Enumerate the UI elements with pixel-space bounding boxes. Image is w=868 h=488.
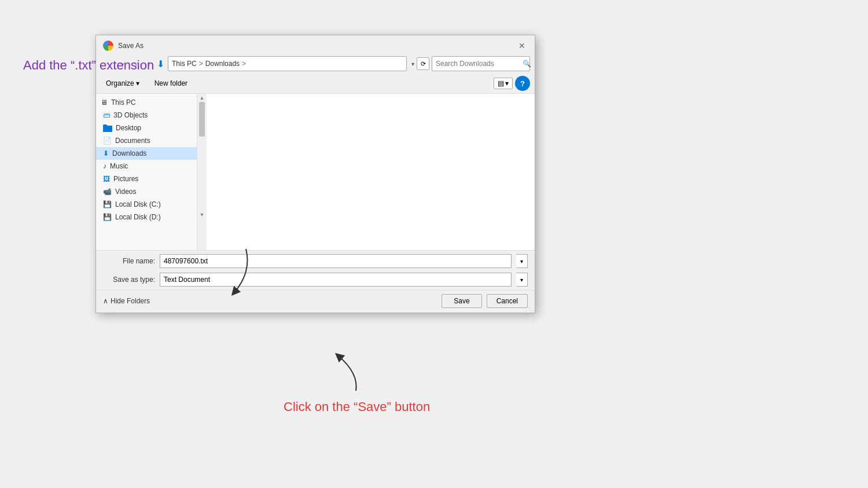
back-button[interactable]: ← [101,58,113,69]
sidebar-item-this-pc[interactable]: 🖥 This PC [96,96,197,109]
breadcrumb-dropdown-button[interactable]: ▾ [411,61,414,67]
sidebar-scrollbar[interactable]: ▲ ▼ [197,94,207,250]
cancel-button[interactable]: Cancel [487,294,528,308]
toolbar-right: ▤ ▾ ? [494,76,530,91]
hide-folders-button[interactable]: ∧ Hide Folders [103,297,150,305]
sidebar-label-3d-objects: 3D Objects [113,111,148,119]
close-button[interactable]: ✕ [516,40,528,52]
sidebar-item-videos[interactable]: 📹 Videos [96,185,197,198]
sidebar-label-videos: Videos [115,188,136,196]
help-button[interactable]: ? [515,76,530,91]
hide-folders-label: Hide Folders [111,297,150,305]
bottom-section: File name: ▾ Save as type: ▾ ∧ Hide Fold… [96,250,535,313]
search-bar: 🔍 [432,56,530,71]
sidebar-item-downloads[interactable]: ⬇ Downloads [96,147,197,160]
filename-label: File name: [103,257,155,265]
sidebar-item-local-disk-d[interactable]: 💾 Local Disk (D:) [96,211,197,223]
sidebar-label-this-pc: This PC [111,98,136,107]
savetype-label: Save as type: [103,276,155,284]
sidebar-label-disk-c: Local Disk (C:) [115,200,161,208]
music-icon: ♪ [103,162,106,170]
organize-button[interactable]: Organize ▾ [101,77,145,90]
scrollbar-thumb[interactable] [199,102,205,137]
sidebar-label-documents: Documents [115,137,150,145]
save-annotation-text: Click on the “Save” button [284,399,430,414]
breadcrumb-sep1: > [199,60,203,68]
sidebar-label-downloads: Downloads [112,149,146,157]
sidebar-item-music[interactable]: ♪ Music [96,160,197,173]
desktop-folder-icon [103,124,112,132]
up-button[interactable]: ↑ [144,58,153,69]
view-button[interactable]: ▤ ▾ [494,78,513,89]
nav-bar: ← → ∨ ↑ ⬇ This PC > Downloads > ▾ ⟳ 🔍 [96,54,535,74]
3d-icon: 🗃 [103,111,110,119]
breadcrumb-downloads[interactable]: Downloads [205,60,240,68]
search-icon: 🔍 [523,60,531,68]
forward-button[interactable]: → [116,58,128,69]
organize-arrow-icon: ▾ [136,79,139,87]
save-as-dialog: Save As ✕ ← → ∨ ↑ ⬇ This PC > Downloads … [95,35,535,313]
main-content: 🖥 This PC 🗃 3D Objects Desktop 📄 Documen… [96,94,535,250]
savetype-dropdown-arrow[interactable]: ▾ [516,273,528,287]
breadcrumb-sep2: > [242,60,246,68]
file-area [207,94,535,250]
view-arrow-icon: ▾ [505,79,509,87]
toolbar: Organize ▾ New folder ▤ ▾ ? [96,74,535,94]
sidebar-label-disk-d: Local Disk (D:) [115,213,161,221]
breadcrumb-this-pc[interactable]: This PC [172,60,197,68]
sidebar-label-music: Music [110,162,128,170]
save-arrow [327,350,373,397]
videos-icon: 📹 [103,188,112,196]
sidebar: 🖥 This PC 🗃 3D Objects Desktop 📄 Documen… [96,94,197,250]
pc-icon: 🖥 [101,98,108,107]
dialog-title: Save As [118,42,144,50]
resize-handle[interactable]: ⋱ [527,305,532,311]
sidebar-item-3d-objects[interactable]: 🗃 3D Objects [96,109,197,122]
sidebar-item-desktop[interactable]: Desktop [96,122,197,134]
pictures-icon: 🖼 [103,175,110,183]
disk-c-icon: 💾 [103,200,112,208]
new-folder-button[interactable]: New folder [149,77,193,90]
documents-icon: 📄 [103,137,112,145]
filename-row: File name: ▾ [96,251,535,271]
savetype-input[interactable] [160,273,512,287]
downloads-icon: ⬇ [103,149,109,157]
save-button[interactable]: Save [442,294,481,308]
download-breadcrumb-icon: ⬇ [157,58,164,69]
title-bar-left: Save As [103,41,144,51]
disk-d-icon: 💾 [103,213,112,221]
chrome-logo-icon [103,41,113,51]
recent-button[interactable]: ∨ [131,58,142,69]
sidebar-item-documents[interactable]: 📄 Documents [96,134,197,147]
sidebar-item-pictures[interactable]: 🖼 Pictures [96,173,197,185]
sidebar-item-local-disk-c[interactable]: 💾 Local Disk (C:) [96,198,197,211]
view-icon: ▤ [498,79,504,87]
filename-dropdown-arrow[interactable]: ▾ [516,254,528,268]
organize-label: Organize [106,79,134,87]
savetype-row: Save as type: ▾ [96,271,535,290]
breadcrumb-bar[interactable]: This PC > Downloads > [168,56,407,71]
action-buttons: Save Cancel [442,294,528,308]
filename-input[interactable] [160,254,512,268]
search-input[interactable] [436,60,523,68]
hide-folders-arrow-icon: ∧ [103,297,108,305]
refresh-button[interactable]: ⟳ [417,57,429,70]
action-row: ∧ Hide Folders Save Cancel [96,290,535,313]
title-bar: Save As ✕ [96,35,535,54]
sidebar-label-pictures: Pictures [113,175,138,183]
sidebar-label-desktop: Desktop [116,124,141,132]
